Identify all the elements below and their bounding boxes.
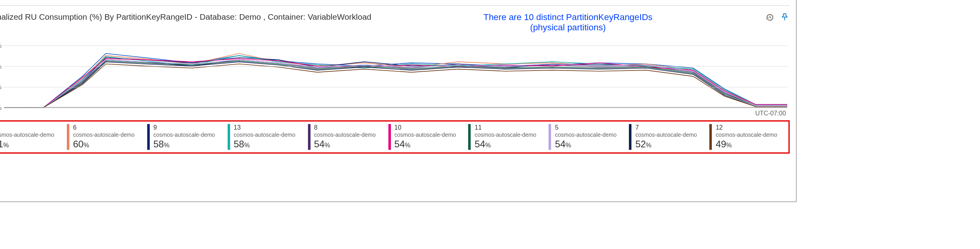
legend-series-value: 49 bbox=[716, 138, 726, 149]
legend-swatch bbox=[709, 124, 712, 150]
legend-series-value: 58 bbox=[234, 138, 244, 149]
legend-series-id: 5 bbox=[555, 124, 617, 132]
legend-series-value: 54 bbox=[394, 138, 405, 149]
legend-item[interactable]: 11 cosmos-autoscale-demo 54% bbox=[468, 124, 543, 150]
legend-swatch bbox=[468, 124, 471, 150]
legend-series-source: cosmos-autoscale-demo bbox=[394, 132, 456, 138]
legend-swatch bbox=[308, 124, 310, 150]
legend-swatch bbox=[67, 124, 69, 150]
legend-series-source: cosmos-autoscale-demo bbox=[234, 132, 295, 138]
legend-item[interactable]: 12 cosmos-autoscale-demo 49% bbox=[709, 124, 785, 150]
legend-series-source: cosmos-autoscale-demo bbox=[475, 132, 536, 138]
legend-series-value: 54 bbox=[555, 138, 566, 149]
legend-swatch bbox=[147, 124, 149, 150]
legend-item[interactable]: 6 cosmos-autoscale-demo 60% bbox=[67, 124, 142, 150]
legend-item[interactable]: 5 cosmos-autoscale-demo 54% bbox=[549, 124, 624, 150]
legend-series-id: 7 bbox=[636, 124, 697, 132]
chart-history-button[interactable] bbox=[764, 12, 775, 22]
y-axis-tick: 60% bbox=[0, 42, 2, 49]
legend-series-value: 54 bbox=[314, 138, 325, 149]
chart-legend: 14 cosmos-autoscale-demo 61% 6 cosmos-au… bbox=[0, 124, 785, 150]
legend-item[interactable]: 14 cosmos-autoscale-demo 61% bbox=[0, 124, 62, 150]
legend-swatch bbox=[227, 124, 230, 150]
y-axis-tick: 20% bbox=[0, 84, 2, 91]
legend-item[interactable]: 9 cosmos-autoscale-demo 58% bbox=[147, 124, 222, 150]
toolbar: Workbooks Customize Auto refresh: Off bbox=[0, 0, 790, 6]
legend-item[interactable]: 7 cosmos-autoscale-demo 52% bbox=[629, 124, 704, 150]
legend-series-id: 10 bbox=[394, 124, 456, 132]
legend-series-source: cosmos-autoscale-demo bbox=[555, 132, 617, 138]
legend-item[interactable]: 8 cosmos-autoscale-demo 54% bbox=[308, 124, 383, 150]
legend-series-id: 9 bbox=[153, 124, 215, 132]
legend-series-source: cosmos-autoscale-demo bbox=[73, 132, 135, 138]
legend-series-value: 52 bbox=[636, 138, 646, 149]
chart-pin-button[interactable] bbox=[780, 12, 790, 22]
y-axis-tick: 0% bbox=[0, 104, 2, 111]
legend-series-source: cosmos-autoscale-demo bbox=[314, 132, 376, 138]
legend-series-source: cosmos-autoscale-demo bbox=[636, 132, 697, 138]
legend-series-id: 12 bbox=[716, 124, 777, 132]
legend-series-value: 54 bbox=[475, 138, 485, 149]
legend-swatch bbox=[629, 124, 632, 150]
legend-series-id: 8 bbox=[314, 124, 376, 132]
legend-swatch bbox=[549, 124, 551, 150]
legend-series-id: 14 bbox=[0, 124, 54, 132]
legend-series-source: cosmos-autoscale-demo bbox=[716, 132, 777, 138]
legend-series-id: 11 bbox=[475, 124, 536, 132]
legend-series-id: 13 bbox=[234, 124, 295, 132]
legend-series-value: 60 bbox=[73, 138, 84, 149]
legend-series-source: cosmos-autoscale-demo bbox=[0, 132, 54, 138]
legend-series-source: cosmos-autoscale-demo bbox=[153, 132, 215, 138]
legend-series-value: 58 bbox=[153, 138, 164, 149]
history-icon bbox=[765, 12, 774, 22]
legend-item[interactable]: 10 cosmos-autoscale-demo 54% bbox=[388, 124, 463, 150]
chart-timezone: UTC-07:00 bbox=[755, 110, 786, 117]
legend-series-value: 61 bbox=[0, 138, 3, 149]
pin-icon bbox=[780, 13, 789, 21]
legend-series-id: 6 bbox=[73, 124, 135, 132]
legend-item[interactable]: 13 cosmos-autoscale-demo 58% bbox=[227, 124, 302, 150]
legend-swatch bbox=[388, 124, 391, 150]
chart-title: Normalized RU Consumption (%) By Partiti… bbox=[0, 12, 371, 22]
chart-annotation: There are 10 distinct PartitionKeyRangeI… bbox=[379, 12, 757, 32]
y-axis-tick: 40% bbox=[0, 63, 2, 70]
chart-plot[interactable]: 0%20%40%60% UTC-07:00 bbox=[0, 35, 790, 117]
